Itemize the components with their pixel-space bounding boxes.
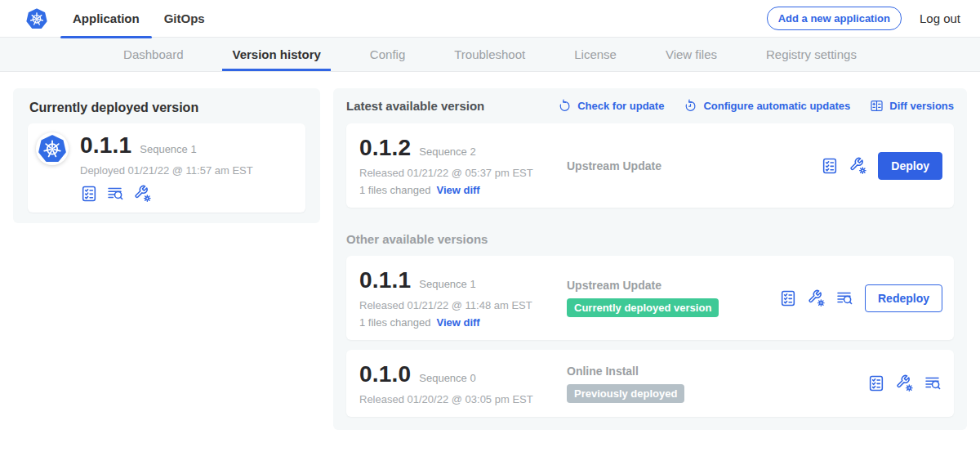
deploy-button[interactable]: Deploy [878, 152, 942, 180]
preflight-checks-icon[interactable] [80, 185, 98, 203]
app-subnav: DashboardVersion historyConfigTroublesho… [0, 38, 980, 72]
version-card-0-1-1: 0.1.1 Sequence 1 Released 01/21/22 @ 11:… [346, 256, 954, 340]
diff-versions-label: Diff versions [889, 100, 954, 112]
deploy-logs-icon[interactable] [836, 289, 854, 307]
files-changed-label: 1 files changed [359, 184, 430, 196]
config-icon[interactable] [808, 289, 826, 307]
tab-application[interactable]: Application [60, 0, 152, 38]
subnav-tab-registry-settings[interactable]: Registry settings [756, 38, 866, 71]
view-diff-link[interactable]: View diff [436, 184, 479, 196]
tab-application-label: Application [73, 11, 140, 25]
version-number: 0.1.2 [359, 135, 411, 161]
diff-icon [870, 99, 884, 113]
kubernetes-logo-icon [24, 7, 49, 31]
deploy-logs-icon[interactable] [924, 374, 942, 392]
diff-versions-link[interactable]: Diff versions [870, 99, 954, 113]
sequence-label: Sequence 1 [419, 278, 475, 290]
version-number: 0.1.1 [359, 267, 411, 293]
version-source-label: Upstream Update [567, 279, 779, 292]
released-timestamp: Released 01/21/22 @ 11:48 am EST [359, 299, 567, 311]
version-history-panel: Latest available version Check for updat… [333, 88, 967, 430]
version-card-0-1-2: 0.1.2 Sequence 2 Released 01/21/22 @ 05:… [346, 123, 954, 208]
released-timestamp: Released 01/20/22 @ 03:05 pm EST [359, 393, 567, 405]
sequence-label: Sequence 2 [419, 145, 475, 158]
deployed-version-card: 0.1.1 Sequence 1 Deployed 01/21/22 @ 11:… [28, 123, 305, 213]
subnav-tab-version-history[interactable]: Version history [222, 38, 330, 71]
subnav-tab-view-files[interactable]: View files [656, 38, 727, 71]
deployed-timestamp: Deployed 01/21/22 @ 11:57 am EST [80, 164, 253, 177]
currently-deployed-badge: Currently deployed version [567, 298, 719, 317]
configure-updates-label: Configure automatic updates [703, 100, 850, 112]
check-for-update-label: Check for update [577, 100, 664, 112]
previously-deployed-badge: Previously deployed [567, 384, 684, 403]
version-number: 0.1.0 [359, 361, 411, 387]
subnav-tab-troubleshoot[interactable]: Troubleshoot [444, 38, 535, 71]
preflight-checks-icon[interactable] [821, 157, 839, 175]
version-source-label: Online Install [567, 365, 867, 378]
logout-link[interactable]: Log out [920, 11, 960, 25]
preflight-checks-icon[interactable] [779, 289, 797, 307]
deployed-panel-title: Currently deployed version [29, 100, 305, 115]
currently-deployed-panel: Currently deployed version [13, 88, 320, 223]
subnav-tab-config[interactable]: Config [360, 38, 415, 71]
config-icon[interactable] [134, 185, 152, 203]
deployed-sequence: Sequence 1 [140, 143, 196, 155]
files-changed-label: 1 files changed [359, 316, 430, 329]
preflight-checks-icon[interactable] [867, 374, 885, 392]
other-versions-title: Other available versions [346, 232, 954, 246]
tab-gitops-label: GitOps [164, 11, 205, 25]
latest-version-title: Latest available version [346, 99, 484, 113]
add-application-button[interactable]: Add a new application [767, 7, 902, 30]
tab-gitops[interactable]: GitOps [152, 0, 217, 38]
config-icon[interactable] [896, 374, 914, 392]
configure-updates-link[interactable]: Configure automatic updates [684, 99, 850, 113]
version-card-0-1-0: 0.1.0 Sequence 0 Released 01/20/22 @ 03:… [346, 350, 954, 417]
deploy-logs-icon[interactable] [107, 185, 125, 203]
check-for-update-link[interactable]: Check for update [558, 99, 664, 113]
version-source-label: Upstream Update [567, 159, 821, 172]
subnav-tab-license[interactable]: License [564, 38, 626, 71]
released-timestamp: Released 01/21/22 @ 05:37 pm EST [359, 167, 567, 179]
app-logo-icon [36, 132, 69, 165]
sequence-label: Sequence 0 [419, 372, 475, 384]
redeploy-button[interactable]: Redeploy [865, 284, 942, 312]
schedule-update-icon [684, 99, 697, 113]
refresh-icon [558, 99, 572, 113]
subnav-tab-dashboard[interactable]: Dashboard [114, 38, 193, 71]
view-diff-link[interactable]: View diff [436, 316, 479, 329]
config-icon[interactable] [849, 157, 867, 175]
main-content: Currently deployed version [0, 72, 980, 446]
top-navbar: Application GitOps Add a new application… [0, 0, 980, 38]
deployed-version-number: 0.1.1 [80, 132, 131, 159]
